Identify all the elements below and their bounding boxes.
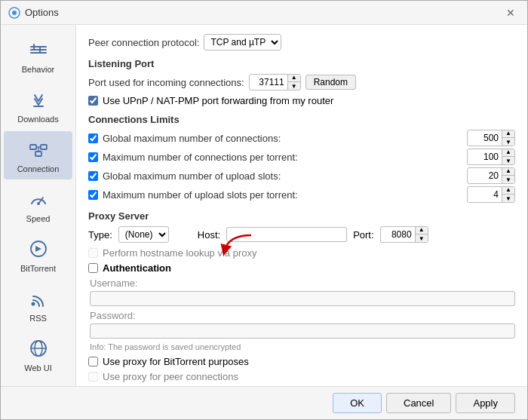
password-label: Password: (90, 310, 515, 321)
host-label: Host: (198, 229, 220, 241)
sidebar: Behavior Downloads (1, 25, 76, 386)
use-proxy-peer-label: Use proxy for peer connections (103, 371, 238, 382)
title-bar-left: Options (8, 7, 59, 19)
rss-label: RSS (29, 314, 47, 323)
behavior-icon (26, 38, 51, 62)
proxy-port-down[interactable]: ▼ (416, 235, 428, 243)
conn-limit-checkbox-1[interactable] (88, 152, 98, 162)
proxy-section: Proxy Server Type: (None) (88, 210, 515, 386)
conn-limit-row-2: Global maximum number of upload slots: ▲… (88, 167, 515, 184)
port-down-button[interactable]: ▼ (288, 82, 300, 90)
apply-button[interactable]: Apply (456, 393, 515, 413)
password-row: Password: (90, 310, 515, 339)
proxy-port-input[interactable] (381, 229, 415, 240)
conn-limit-spinbox-0: ▲▼ (467, 130, 515, 146)
sidebar-item-connection[interactable]: Connection (4, 131, 72, 179)
auth-label: Authentication (103, 262, 171, 274)
proxy-type-select[interactable]: (None) (118, 226, 169, 243)
conn-limit-input-3[interactable] (468, 189, 502, 200)
port-label2: Port: (353, 229, 373, 241)
conn-limit-checkbox-0[interactable] (88, 133, 98, 143)
cl0-up[interactable]: ▲ (502, 130, 514, 138)
webui-label: Web UI (24, 363, 51, 372)
host-input[interactable] (226, 227, 347, 242)
main-panel: Peer connection protocol: TCP and µTP Li… (76, 25, 527, 386)
random-button[interactable]: Random (305, 75, 356, 90)
upnp-label: Use UPnP / NAT-PMP port forwarding from … (103, 95, 333, 106)
sidebar-item-rss[interactable]: RSS (4, 281, 72, 329)
use-proxy-bittorrent-label: Use proxy for BitTorrent purposes (103, 356, 249, 367)
sidebar-item-bittorrent[interactable]: BitTorrent (4, 231, 72, 279)
connection-label: Connection (17, 164, 60, 173)
options-icon (8, 7, 20, 19)
window-title: Options (25, 7, 59, 18)
connection-icon (26, 137, 51, 161)
cl3-up[interactable]: ▲ (502, 186, 514, 195)
auth-checkbox[interactable] (88, 263, 98, 273)
conn-limit-spinbox-3: ▲▼ (467, 186, 515, 203)
sidebar-item-speed[interactable]: Speed (4, 181, 72, 229)
use-proxy-bittorrent-checkbox[interactable] (88, 357, 98, 366)
peer-protocol-label: Peer connection protocol: (88, 37, 199, 48)
hostname-lookup-row: Perform hostname lookup via proxy (88, 247, 515, 259)
sidebar-item-behavior[interactable]: Behavior (4, 32, 72, 80)
conn-limit-spinbox-1: ▲▼ (467, 149, 515, 165)
use-proxy-peer-checkbox[interactable] (88, 372, 98, 382)
conn-limit-row-1: Maximum number of connections per torren… (88, 149, 515, 165)
password-input[interactable] (90, 323, 515, 339)
downloads-icon (26, 87, 51, 112)
speed-label: Speed (26, 214, 51, 223)
svg-rect-8 (30, 145, 36, 149)
conn-limit-checkbox-3[interactable] (88, 190, 98, 200)
proxy-port-up[interactable]: ▲ (416, 226, 428, 235)
webui-icon (26, 336, 51, 360)
downloads-label: Downloads (17, 115, 58, 124)
port-spinbox-buttons: ▲ ▼ (287, 74, 300, 90)
use-proxy-peer-row: Use proxy for peer connections (88, 371, 515, 382)
sidebar-item-webui[interactable]: Web UI (4, 330, 72, 379)
conn-limit-label-0: Global maximum number of connections: (103, 133, 462, 144)
conn-limit-label-3: Maximum number of upload slots per torre… (103, 189, 462, 201)
svg-point-1 (12, 11, 17, 15)
type-label: Type: (88, 229, 112, 241)
cl1-up[interactable]: ▲ (502, 149, 514, 157)
listening-port-section: Listening Port (88, 58, 515, 69)
svg-rect-9 (41, 145, 47, 149)
hostname-lookup-label: Perform hostname lookup via proxy (103, 247, 256, 259)
proxy-server-section: Proxy Server (88, 210, 515, 222)
cl3-down[interactable]: ▼ (502, 195, 514, 203)
cl2-down[interactable]: ▼ (502, 176, 514, 184)
cl2-up[interactable]: ▲ (502, 167, 514, 176)
conn-limit-input-2[interactable] (468, 170, 502, 181)
connections-limits-section: Connections Limits (88, 114, 515, 125)
use-proxy-bittorrent-row: Use proxy for BitTorrent purposes (88, 356, 515, 367)
port-input[interactable] (250, 77, 287, 87)
hostname-lookup-checkbox[interactable] (88, 248, 98, 258)
conn-limit-input-0[interactable] (468, 133, 502, 143)
options-window: Options ✕ Behavior (0, 0, 528, 420)
port-spinbox: ▲ ▼ (249, 74, 301, 90)
svg-point-14 (37, 202, 40, 205)
username-input[interactable] (90, 291, 515, 306)
upnp-checkbox[interactable] (88, 96, 98, 106)
conn-limit-input-1[interactable] (468, 152, 502, 162)
speed-icon (26, 187, 51, 211)
info-text: Info: The password is saved unencrypted (90, 342, 515, 351)
upnp-row: Use UPnP / NAT-PMP port forwarding from … (88, 95, 515, 106)
sidebar-item-downloads[interactable]: Downloads (4, 81, 72, 130)
ok-button[interactable]: OK (333, 393, 382, 413)
conn-limit-checkbox-2[interactable] (88, 171, 98, 181)
cl0-down[interactable]: ▼ (502, 138, 514, 146)
peer-protocol-select[interactable]: TCP and µTP (204, 34, 281, 51)
proxy-port-spinbox: ▲▼ (380, 226, 428, 243)
content-area: Behavior Downloads (1, 25, 527, 386)
svg-rect-10 (35, 152, 41, 156)
cl1-down[interactable]: ▼ (502, 157, 514, 165)
title-bar: Options ✕ (1, 1, 527, 25)
close-button[interactable]: ✕ (502, 5, 520, 20)
port-up-button[interactable]: ▲ (288, 74, 300, 82)
cancel-button[interactable]: Cancel (386, 393, 451, 413)
conn-limit-label-2: Global maximum number of upload slots: (103, 170, 462, 182)
port-row: Port used for incoming connections: ▲ ▼ … (88, 74, 515, 90)
sidebar-item-advanced[interactable]: Advanced (4, 380, 72, 386)
